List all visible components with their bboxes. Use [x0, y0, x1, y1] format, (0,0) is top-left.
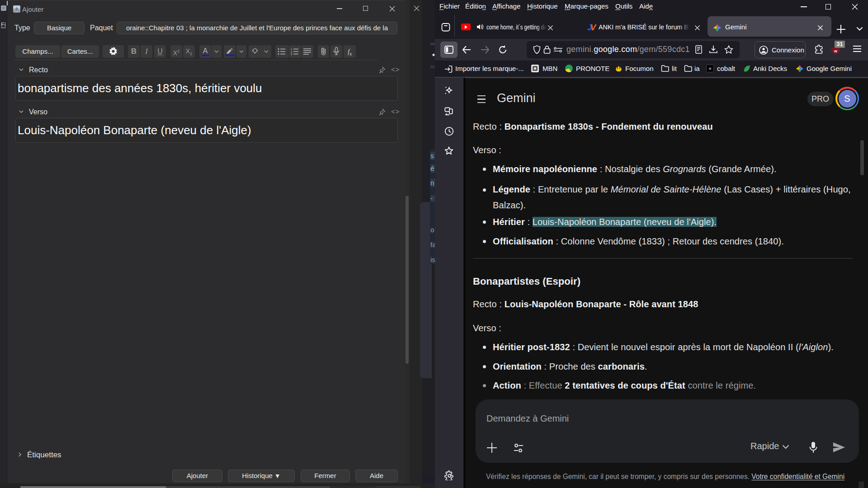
svg-text:w: w — [834, 49, 838, 53]
svg-text:3: 3 — [291, 53, 292, 55]
